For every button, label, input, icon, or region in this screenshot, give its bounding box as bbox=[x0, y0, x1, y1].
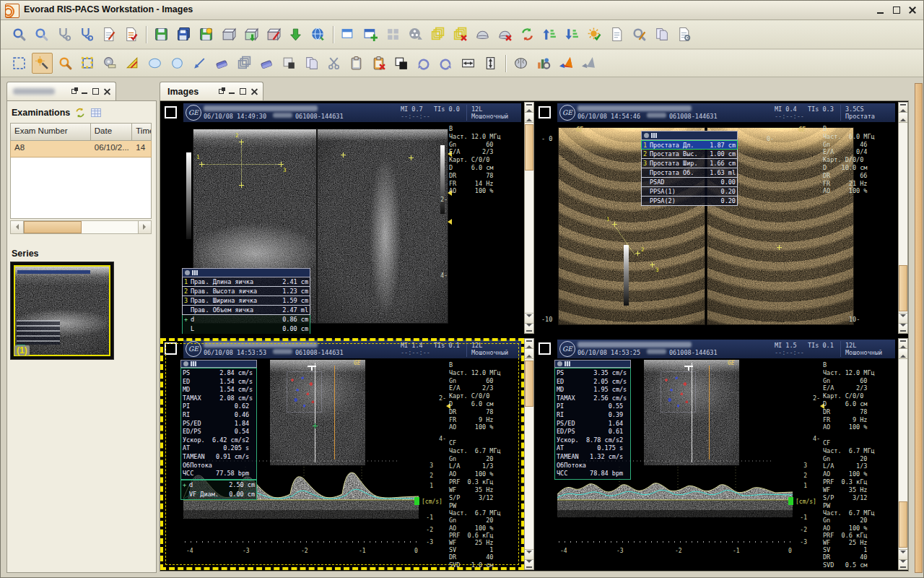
rotate-cw-icon[interactable] bbox=[414, 53, 433, 73]
image-select-checkbox[interactable] bbox=[539, 342, 551, 355]
column-time[interactable]: Time bbox=[132, 124, 151, 140]
scroll-top-icon[interactable] bbox=[525, 339, 533, 349]
image-select-checkbox[interactable] bbox=[539, 106, 551, 118]
stethoscope-icon[interactable] bbox=[77, 25, 96, 44]
extract-region-icon[interactable] bbox=[279, 53, 299, 73]
image-select-checkbox[interactable] bbox=[165, 342, 177, 355]
minimize-button[interactable] bbox=[876, 5, 886, 15]
scroll-bottom-icon[interactable] bbox=[899, 323, 907, 333]
scroll-up-icon[interactable] bbox=[899, 349, 907, 359]
report-page-icon[interactable] bbox=[607, 25, 627, 44]
brain-tools-icon[interactable] bbox=[511, 53, 531, 73]
scroll-up-icon[interactable] bbox=[899, 113, 907, 123]
cut-icon[interactable] bbox=[324, 53, 344, 73]
matlab-alt-icon[interactable] bbox=[578, 53, 598, 73]
series-thumbnail[interactable]: (1) bbox=[10, 262, 114, 360]
scroll-thumb[interactable] bbox=[899, 265, 907, 311]
minimize-icon[interactable] bbox=[228, 87, 236, 95]
viewport-scrotal-doppler-left[interactable]: GE 06/10/08 14:53:53 061008-144631 MI 1.… bbox=[160, 338, 524, 570]
viewport-scrotal-doppler-right[interactable]: GE 06/10/08 14:53:25 061008-144631 MI 1.… bbox=[534, 338, 898, 570]
measure-icon[interactable] bbox=[100, 53, 120, 73]
stethoscope-search-icon[interactable] bbox=[54, 25, 74, 44]
duplicate-icon[interactable] bbox=[302, 53, 321, 73]
patient-search-icon[interactable] bbox=[32, 25, 51, 44]
image-scrollbar[interactable] bbox=[524, 338, 534, 570]
maximize-icon[interactable] bbox=[239, 87, 247, 95]
column-exam-number[interactable]: Exam Number bbox=[11, 124, 91, 140]
copy-frames-icon[interactable] bbox=[235, 53, 254, 73]
float-icon[interactable] bbox=[217, 87, 225, 95]
sort-desc-icon[interactable] bbox=[562, 25, 582, 44]
flip-horizontal-icon[interactable] bbox=[458, 53, 478, 73]
table-header-icons[interactable] bbox=[180, 360, 257, 368]
scroll-top-icon[interactable] bbox=[899, 103, 907, 113]
download-icon[interactable] bbox=[286, 25, 305, 44]
minimize-icon[interactable] bbox=[81, 87, 89, 95]
select-rect-icon[interactable] bbox=[9, 53, 29, 73]
annotation-search-icon[interactable] bbox=[629, 25, 649, 44]
scroll-thumb[interactable] bbox=[899, 501, 907, 548]
scroll-down-icon[interactable] bbox=[899, 313, 907, 323]
invert-icon[interactable] bbox=[391, 53, 411, 73]
tab-query[interactable] bbox=[6, 82, 116, 101]
docked-panel-edge[interactable] bbox=[915, 83, 923, 573]
exam-number-cell[interactable]: A8 bbox=[11, 141, 91, 157]
zoom-icon[interactable] bbox=[56, 53, 75, 73]
scroll-right-icon[interactable] bbox=[138, 221, 151, 233]
eraser-icon[interactable] bbox=[212, 53, 232, 73]
exam-time-cell[interactable]: 14 bbox=[132, 141, 151, 157]
b-mode-thumbnail[interactable] bbox=[644, 360, 739, 465]
save-icon[interactable] bbox=[152, 25, 171, 44]
study-settings-icon[interactable] bbox=[674, 25, 694, 44]
web-download-icon[interactable] bbox=[308, 25, 328, 44]
maximize-icon[interactable] bbox=[92, 87, 100, 95]
line-arrow-icon[interactable] bbox=[190, 53, 209, 73]
flip-vertical-icon[interactable] bbox=[481, 53, 500, 73]
import-study-icon[interactable] bbox=[263, 25, 283, 44]
image-scrollbar[interactable] bbox=[898, 102, 908, 334]
sort-asc-icon[interactable] bbox=[540, 25, 559, 44]
table-header-icons[interactable] bbox=[554, 360, 631, 368]
remove-frames-icon[interactable] bbox=[450, 25, 470, 44]
scroll-thumb[interactable] bbox=[24, 221, 82, 233]
rotate-ccw-icon[interactable] bbox=[436, 53, 456, 73]
scroll-down-icon[interactable] bbox=[899, 549, 907, 559]
scroll-top-icon[interactable] bbox=[525, 103, 533, 113]
us-image-right[interactable] bbox=[318, 129, 448, 323]
scroll-thumb[interactable] bbox=[525, 124, 533, 171]
image-scrollbar[interactable] bbox=[524, 102, 534, 334]
new-window-icon[interactable] bbox=[339, 25, 358, 44]
layout-grid-icon[interactable] bbox=[383, 25, 403, 44]
analysis-tools-icon[interactable] bbox=[533, 53, 553, 73]
scroll-bottom-icon[interactable] bbox=[899, 559, 907, 569]
maximize-button[interactable] bbox=[892, 5, 902, 15]
clear-clipboard-icon[interactable] bbox=[369, 53, 388, 73]
scroll-left-icon[interactable] bbox=[11, 221, 24, 233]
tab-images[interactable]: Images bbox=[160, 82, 263, 101]
copy-study-icon[interactable] bbox=[652, 25, 671, 44]
scroll-bottom-icon[interactable] bbox=[525, 323, 533, 333]
export-study-icon[interactable] bbox=[241, 25, 261, 44]
refresh-icon[interactable] bbox=[74, 107, 86, 118]
crop-icon[interactable] bbox=[78, 53, 97, 73]
exam-row[interactable]: A8 06/10/2... 14 bbox=[10, 141, 152, 158]
remove-view-icon[interactable] bbox=[495, 25, 515, 44]
archive-box-icon[interactable] bbox=[219, 25, 238, 44]
close-icon[interactable] bbox=[250, 87, 258, 95]
image-select-checkbox[interactable] bbox=[165, 106, 177, 118]
refresh-study-icon[interactable] bbox=[518, 25, 537, 44]
worklist-check-icon[interactable] bbox=[121, 25, 141, 44]
b-mode-thumbnail[interactable] bbox=[270, 360, 365, 465]
scroll-down-icon[interactable] bbox=[525, 313, 533, 323]
report-edit-icon[interactable] bbox=[99, 25, 118, 44]
scroll-down-icon[interactable] bbox=[525, 549, 533, 559]
viewport-prostate-b-mode[interactable]: GE 06/10/08 14:54:46 061008-144631 MI 0.… bbox=[534, 102, 898, 334]
matlab-icon[interactable] bbox=[556, 53, 575, 73]
stack-frames-icon[interactable] bbox=[428, 25, 448, 44]
table-header[interactable]: Exam Number Date Time bbox=[10, 123, 152, 141]
table-icon[interactable] bbox=[90, 107, 102, 118]
close-button[interactable] bbox=[907, 5, 918, 15]
table-header-icons[interactable] bbox=[182, 268, 310, 277]
save-all-icon[interactable] bbox=[174, 25, 193, 44]
circle-icon[interactable] bbox=[167, 53, 187, 73]
